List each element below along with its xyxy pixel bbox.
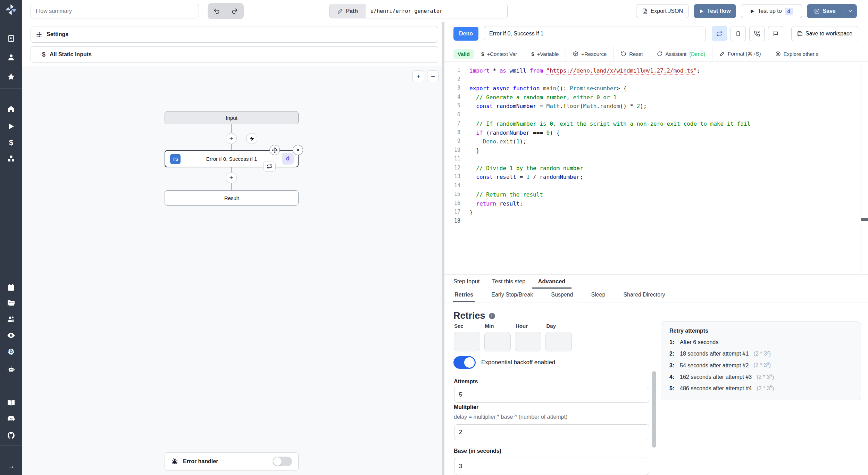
- export-json-button[interactable]: Export JSON: [636, 4, 689, 18]
- code-line[interactable]: 16 return result;: [444, 199, 868, 208]
- code-line[interactable]: 11: [444, 155, 868, 164]
- settings-gear-icon[interactable]: ⚙: [7, 348, 15, 356]
- subtab-early-stop[interactable]: Early Stop/Break: [490, 289, 534, 302]
- subtab-suspend[interactable]: Suspend: [550, 289, 574, 302]
- add-step-button[interactable]: +: [226, 172, 237, 183]
- tab-step-input[interactable]: Step Input: [447, 275, 486, 289]
- code-line[interactable]: 6: [444, 110, 868, 119]
- code-line[interactable]: 3export async function main(): Promise<n…: [444, 84, 868, 93]
- code-line-text: Deno.exit(1);: [460, 137, 861, 146]
- code-line[interactable]: 7 // If randomNumber is 0, exit the scri…: [444, 119, 868, 128]
- code-line[interactable]: 17}: [444, 208, 868, 217]
- info-icon[interactable]: i: [489, 313, 495, 319]
- undo-button[interactable]: [208, 3, 226, 19]
- settings-row[interactable]: Settings: [31, 26, 438, 43]
- retry-settings-button[interactable]: [712, 26, 727, 41]
- schedules-calendar-icon[interactable]: [7, 283, 15, 292]
- base-input[interactable]: 3: [454, 458, 649, 475]
- home-icon[interactable]: [7, 105, 15, 113]
- code-line[interactable]: 1import * as wmill from "https://deno.la…: [444, 66, 868, 75]
- error-handler-toggle[interactable]: [273, 457, 292, 466]
- editor-scrollbar[interactable]: [861, 62, 868, 274]
- suspend-phone-button[interactable]: [749, 26, 765, 41]
- format-button[interactable]: Format (⌘+S): [712, 46, 768, 62]
- error-handler-node[interactable]: Error handler: [165, 452, 299, 470]
- multiplier-input[interactable]: 2: [454, 424, 649, 440]
- save-dropdown-button[interactable]: [843, 4, 857, 18]
- assistant-button[interactable]: Assistant (Deno): [650, 46, 712, 62]
- test-up-to-button[interactable]: Test up to d: [741, 4, 802, 18]
- test-flow-button[interactable]: Test flow: [694, 4, 736, 18]
- code-line-text: // Return the result: [460, 190, 861, 199]
- user-icon[interactable]: [7, 53, 15, 61]
- code-line[interactable]: 18: [444, 217, 868, 226]
- variables-dollar-icon[interactable]: $: [7, 139, 15, 147]
- reset-button[interactable]: Reset: [614, 46, 650, 62]
- resources-boxes-icon[interactable]: [7, 155, 15, 163]
- code-line[interactable]: 15 // Return the result: [444, 190, 868, 199]
- expand-arrow-icon[interactable]: →: [7, 462, 15, 470]
- all-static-inputs-row[interactable]: $ All Static Inputs: [31, 46, 438, 63]
- code-line[interactable]: 4 // Generate a random number, either 0 …: [444, 93, 868, 102]
- panel-resize-handle[interactable]: [442, 22, 444, 475]
- windmill-logo[interactable]: [4, 3, 18, 17]
- retry-indicator-button[interactable]: [263, 161, 276, 172]
- tab-advanced[interactable]: Advanced: [532, 275, 572, 289]
- subtab-sleep[interactable]: Sleep: [590, 289, 607, 302]
- flow-summary-input[interactable]: Flow summary: [31, 4, 199, 18]
- docs-book-icon[interactable]: [7, 399, 15, 407]
- save-button[interactable]: Save: [807, 4, 843, 18]
- code-line-text: import * as wmill from "https://deno.lan…: [460, 66, 861, 75]
- result-node[interactable]: Result: [165, 190, 299, 206]
- github-icon[interactable]: [7, 431, 15, 440]
- folders-icon[interactable]: [7, 299, 15, 307]
- code-line[interactable]: 8 if (randomNumber === 0) {: [444, 128, 868, 137]
- add-step-button[interactable]: +: [226, 133, 237, 144]
- trigger-button[interactable]: [246, 133, 257, 144]
- constant-retry-input-day[interactable]: [545, 332, 572, 351]
- zoom-out-button[interactable]: −: [427, 70, 439, 82]
- stop-after-button[interactable]: [731, 26, 746, 41]
- discord-icon[interactable]: [7, 415, 15, 423]
- move-step-button[interactable]: [269, 145, 280, 155]
- code-line[interactable]: 9 Deno.exit(1);: [444, 137, 868, 146]
- exponential-backoff-toggle[interactable]: [453, 356, 476, 369]
- code-line[interactable]: 10 }: [444, 146, 868, 155]
- add-variable-button[interactable]: $+Variable: [524, 46, 566, 62]
- constant-retry-input-min[interactable]: [484, 332, 511, 351]
- subtab-retries[interactable]: Retries: [453, 289, 475, 302]
- runs-play-icon[interactable]: [7, 122, 15, 131]
- add-resource-button[interactable]: +Resource: [566, 46, 614, 62]
- sleep-flag-button[interactable]: [768, 26, 783, 41]
- attempts-input[interactable]: 5: [454, 387, 649, 403]
- constant-retry-input-hour[interactable]: [515, 332, 541, 351]
- tab-test-this-step[interactable]: Test this step: [486, 275, 532, 289]
- retries-scrollbar-thumb[interactable]: [652, 371, 656, 448]
- code-line-text: // If randomNumber is 0, exit the script…: [460, 119, 861, 128]
- code-line-text: const randomNumber = Math.floor(Math.ran…: [460, 101, 861, 110]
- path-input[interactable]: u/henri/error_generator: [366, 4, 507, 18]
- delete-step-button[interactable]: ×: [293, 145, 303, 155]
- code-line[interactable]: 12 // Divide 1 by the random number: [444, 164, 868, 173]
- step-name-input[interactable]: Error if 0, Success if 1: [484, 26, 706, 41]
- workers-bot-icon[interactable]: [7, 365, 15, 373]
- code-line[interactable]: 13 const result = 1 / randomNumber;: [444, 172, 868, 181]
- code-line[interactable]: 14: [444, 181, 868, 190]
- audit-eye-icon[interactable]: [7, 331, 15, 340]
- code-editor[interactable]: 1import * as wmill from "https://deno.la…: [444, 62, 868, 274]
- workspace-icon[interactable]: [7, 34, 15, 43]
- redo-button[interactable]: [226, 3, 244, 19]
- zoom-in-button[interactable]: +: [412, 70, 424, 82]
- code-line[interactable]: 5 const randomNumber = Math.floor(Math.r…: [444, 101, 868, 110]
- canvas-zoom-controls: + −: [412, 70, 439, 82]
- save-to-workspace-button[interactable]: Save to workspace: [791, 26, 858, 41]
- subtab-shared-directory[interactable]: Shared Directory: [622, 289, 666, 302]
- code-line[interactable]: 2: [444, 75, 868, 84]
- constant-retry-input-sec[interactable]: [454, 332, 480, 351]
- input-node[interactable]: Input: [165, 111, 299, 124]
- favorites-star-icon[interactable]: [7, 73, 15, 81]
- groups-icon[interactable]: [7, 315, 15, 323]
- add-context-var-button[interactable]: $+Context Var: [474, 46, 524, 62]
- explore-scripts-button[interactable]: Explore other s: [768, 46, 826, 62]
- flow-canvas[interactable]: + − Input + TS Error if 0, Success if 1 …: [22, 66, 442, 475]
